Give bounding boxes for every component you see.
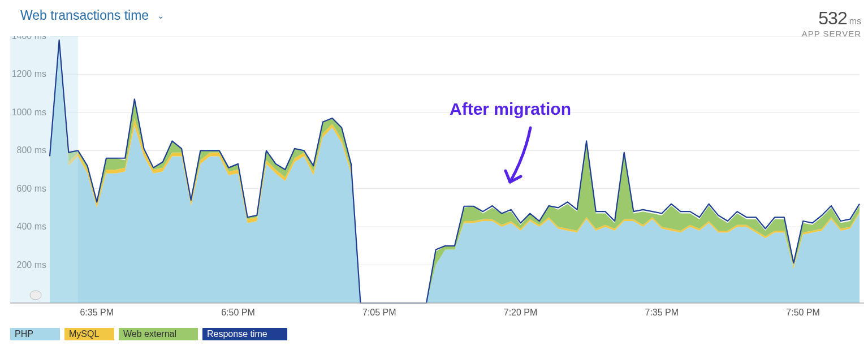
annotation-arrow-icon xyxy=(496,122,547,196)
metric-summary: 532ms APP SERVER xyxy=(802,8,861,38)
x-axis-label: 6:50 PM xyxy=(221,308,255,317)
annotation-text: After migration xyxy=(450,100,571,119)
legend-item-web[interactable]: Web external xyxy=(119,328,198,340)
legend-label: PHP xyxy=(15,328,33,340)
legend-item-php[interactable]: PHP xyxy=(10,328,60,340)
x-axis-label: 7:05 PM xyxy=(362,308,396,317)
x-axis-label: 7:35 PM xyxy=(645,308,679,317)
chart-title-text: Web transactions time xyxy=(20,8,149,23)
x-axis-label: 7:20 PM xyxy=(504,308,538,317)
chart-title-dropdown[interactable]: Web transactions time ⌄ xyxy=(20,8,165,23)
chart-legend: PHPMySQLWeb externalResponse time xyxy=(10,328,292,340)
chart-plot-area[interactable]: 200 ms400 ms600 ms800 ms1000 ms1200 ms14… xyxy=(10,36,864,323)
area-PHP xyxy=(50,46,860,303)
metric-value: 532 xyxy=(818,8,847,28)
time-selection-handle-icon[interactable] xyxy=(30,291,41,300)
legend-label: MySQL xyxy=(69,328,99,340)
chevron-down-icon: ⌄ xyxy=(157,11,165,21)
legend-label: Response time xyxy=(207,328,267,340)
legend-label: Web external xyxy=(123,328,176,340)
x-axis-label: 7:50 PM xyxy=(786,308,820,317)
x-axis-label: 6:35 PM xyxy=(80,308,114,317)
time-selection-shade xyxy=(10,36,78,303)
legend-item-resp[interactable]: Response time xyxy=(202,328,287,340)
legend-item-mysql[interactable]: MySQL xyxy=(64,328,114,340)
metric-unit: ms xyxy=(849,16,861,26)
